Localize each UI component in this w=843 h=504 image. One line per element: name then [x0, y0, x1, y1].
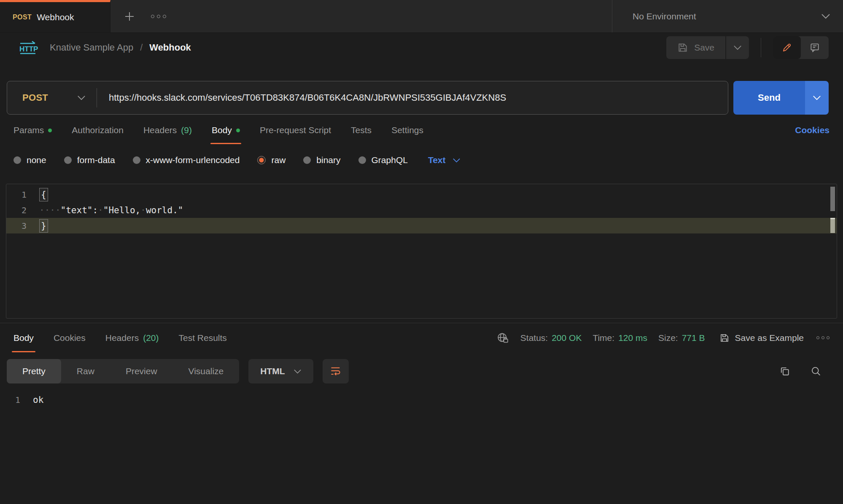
tab-params[interactable]: Params — [13, 115, 52, 146]
comment-icon — [809, 42, 820, 53]
send-button[interactable]: Send — [733, 81, 805, 115]
radio-x-www-form-urlencoded[interactable]: x-www-form-urlencoded — [133, 155, 240, 165]
tab-tests[interactable]: Tests — [351, 115, 372, 146]
open-request-tab[interactable]: POST Webhook — [0, 0, 110, 32]
radio-icon — [133, 156, 140, 164]
radio-selected-icon — [257, 156, 266, 164]
view-mode-pretty[interactable]: Pretty — [7, 359, 61, 383]
response-tab-body[interactable]: Body — [13, 323, 34, 352]
new-tab-button[interactable] — [124, 11, 135, 22]
radio-icon — [358, 156, 366, 164]
editor-line[interactable]: 2 ····"text":·"Hello,·world." — [6, 202, 837, 218]
documentation-edit-button[interactable] — [773, 36, 801, 59]
tab-pre-request-script[interactable]: Pre-request Script — [260, 115, 331, 146]
send-button-label: Send — [758, 92, 781, 103]
response-toolbar: Pretty Raw Preview Visualize HTML — [7, 359, 829, 383]
tab-title: Webhook — [37, 12, 74, 22]
response-headers-count: (20) — [143, 333, 159, 343]
pencil-icon — [781, 42, 792, 53]
search-icon[interactable] — [810, 365, 822, 377]
line-number: 1 — [6, 190, 39, 200]
radio-raw[interactable]: raw — [257, 155, 285, 165]
postman-window: POST Webhook No Environment HTTP Knative… — [0, 0, 843, 504]
url-input[interactable]: https://hooks.slack.com/services/T06TD83… — [97, 92, 506, 103]
plus-icon — [124, 11, 135, 22]
breadcrumb-collection[interactable]: Knative Sample App — [50, 42, 133, 53]
radio-none[interactable]: none — [13, 155, 46, 165]
chevron-down-icon — [821, 13, 830, 19]
radio-binary[interactable]: binary — [303, 155, 340, 165]
method-dropdown[interactable]: POST — [7, 92, 97, 103]
radio-icon — [303, 156, 311, 164]
side-panel-toggle-group — [773, 36, 829, 59]
tab-headers[interactable]: Headers (9) — [143, 115, 192, 146]
whitespace-dots: ···· — [39, 205, 61, 215]
radio-icon — [64, 156, 72, 164]
view-mode-preview[interactable]: Preview — [110, 359, 173, 383]
response-header: Body Cookies Headers (20) Test Results — [0, 323, 843, 352]
response-meta: Status: 200 OK Time: 120 ms Size: 771 B … — [497, 332, 830, 344]
breadcrumb-request-name[interactable]: Webhook — [149, 42, 191, 53]
bracket-match: } — [39, 219, 48, 233]
cookies-link[interactable]: Cookies — [795, 125, 830, 135]
params-active-dot — [48, 129, 52, 132]
response-tab-headers[interactable]: Headers (20) — [105, 323, 159, 352]
headers-count: (9) — [181, 125, 192, 135]
request-tabs: Params Authorization Headers (9) Body Pr… — [0, 115, 843, 146]
tab-settings[interactable]: Settings — [391, 115, 423, 146]
chevron-down-icon — [452, 158, 461, 163]
environment-selector[interactable]: No Environment — [612, 0, 843, 32]
save-as-example-button[interactable]: Save as Example — [719, 333, 804, 343]
send-button-group: Send — [733, 81, 829, 115]
tab-method-badge: POST — [13, 13, 32, 21]
wrap-text-icon — [330, 366, 342, 377]
breadcrumb-separator: / — [140, 42, 143, 53]
request-body-editor[interactable]: 1 { 2 ····"text":·"Hello,·world." 3 } — [6, 184, 837, 319]
tab-authorization[interactable]: Authorization — [72, 115, 124, 146]
wrap-lines-button[interactable] — [323, 359, 349, 383]
size-indicator[interactable]: Size: 771 B — [658, 333, 705, 343]
response-tab-cookies[interactable]: Cookies — [54, 323, 86, 352]
save-options-button[interactable] — [726, 36, 749, 59]
comments-button[interactable] — [801, 36, 829, 59]
header-actions: Save — [666, 36, 829, 59]
network-globe-lock-icon — [497, 332, 509, 344]
status-indicator[interactable]: Status: 200 OK — [520, 333, 582, 343]
send-options-button[interactable] — [805, 81, 829, 115]
editor-scrollbar[interactable] — [830, 187, 835, 211]
save-floppy-icon — [677, 42, 688, 53]
tab-options-button[interactable] — [151, 15, 166, 18]
view-mode-raw[interactable]: Raw — [61, 359, 110, 383]
raw-format-dropdown[interactable]: Text — [428, 155, 461, 165]
save-floppy-icon — [719, 333, 730, 343]
environment-label: No Environment — [633, 11, 696, 21]
response-format-dropdown[interactable]: HTML — [248, 359, 313, 383]
divider — [761, 38, 761, 57]
response-options-button[interactable] — [816, 336, 830, 339]
editor-line-active[interactable]: 3 } — [6, 218, 837, 233]
tab-strip: POST Webhook No Environment — [0, 0, 843, 33]
radio-graphql[interactable]: GraphQL — [358, 155, 408, 165]
view-mode-visualize[interactable]: Visualize — [173, 359, 240, 383]
time-indicator[interactable]: Time: 120 ms — [593, 333, 647, 343]
chevron-down-icon — [77, 95, 86, 100]
copy-icon[interactable] — [779, 365, 791, 377]
ellipsis-icon — [816, 336, 819, 339]
response-text: ok — [33, 395, 43, 405]
response-line: 1 ok — [0, 393, 843, 407]
body-type-selector: none form-data x-www-form-urlencoded raw… — [0, 149, 843, 171]
line-number: 2 — [6, 205, 39, 215]
line-number: 1 — [0, 395, 33, 405]
bracket-match: { — [39, 188, 48, 201]
response-tab-test-results[interactable]: Test Results — [179, 323, 227, 352]
editor-line[interactable]: 1 { — [6, 187, 837, 202]
http-request-icon: HTTP — [18, 40, 40, 55]
line-number: 3 — [6, 221, 39, 231]
method-label: POST — [22, 92, 48, 103]
status-value: 200 OK — [552, 333, 582, 343]
response-body-viewer[interactable]: 1 ok — [0, 393, 843, 407]
radio-form-data[interactable]: form-data — [64, 155, 115, 165]
request-header: HTTP Knative Sample App / Webhook Save — [0, 33, 843, 62]
tab-body[interactable]: Body — [212, 115, 240, 146]
save-button[interactable]: Save — [666, 36, 725, 59]
